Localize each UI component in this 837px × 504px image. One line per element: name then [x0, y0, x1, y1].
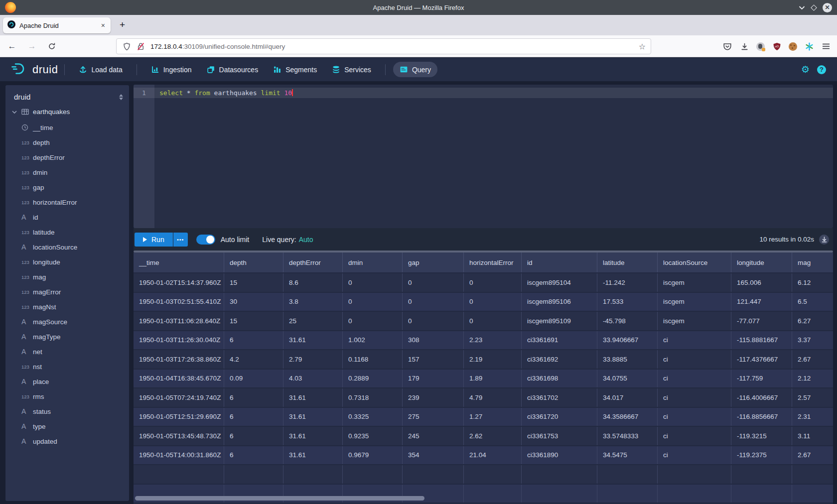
- table-cell[interactable]: 3.11: [792, 427, 833, 445]
- reload-icon[interactable]: [45, 39, 59, 53]
- extension-icon[interactable]: [756, 42, 765, 51]
- table-cell[interactable]: ci3361698: [522, 370, 597, 388]
- table-cell[interactable]: 33.9406667: [597, 331, 658, 350]
- column-header-horizontalError[interactable]: horizontalError: [464, 252, 522, 272]
- sidebar-column-nst[interactable]: 123nst: [5, 359, 129, 374]
- table-cell[interactable]: 2.67: [792, 446, 833, 465]
- table-cell[interactable]: 1950-01-03T11:26:30.040Z: [134, 331, 224, 350]
- table-cell[interactable]: 0: [464, 273, 522, 292]
- table-cell[interactable]: -77.077: [731, 312, 792, 330]
- table-cell[interactable]: iscgem895109: [522, 312, 597, 330]
- table-cell[interactable]: 245: [403, 427, 464, 445]
- table-cell[interactable]: ci: [658, 331, 731, 350]
- table-cell[interactable]: 21.04: [464, 446, 522, 465]
- download-results-icon[interactable]: [819, 235, 829, 245]
- cookie-extension-icon[interactable]: [789, 42, 797, 51]
- datasource-tree-row[interactable]: earthquakes: [5, 105, 129, 119]
- table-cell[interactable]: ci: [658, 427, 731, 445]
- bookmark-star-icon[interactable]: ☆: [639, 42, 646, 51]
- table-cell[interactable]: ci3361691: [522, 331, 597, 350]
- table-cell[interactable]: 34.3586667: [597, 408, 658, 426]
- table-cell[interactable]: 0: [403, 273, 464, 292]
- table-cell[interactable]: 0.7318: [343, 388, 403, 407]
- table-cell[interactable]: [134, 465, 224, 484]
- table-cell[interactable]: 157: [403, 350, 464, 369]
- table-cell[interactable]: 165.006: [731, 273, 792, 292]
- table-cell[interactable]: 1950-01-05T13:45:48.730Z: [134, 427, 224, 445]
- table-cell[interactable]: -117.4376667: [731, 350, 792, 369]
- table-cell[interactable]: [283, 465, 343, 484]
- table-cell[interactable]: 1950-01-03T02:51:55.410Z: [134, 293, 224, 311]
- auto-limit-toggle[interactable]: [196, 235, 215, 245]
- tab-close-icon[interactable]: ×: [100, 21, 106, 29]
- column-header-latitude[interactable]: latitude: [597, 252, 658, 272]
- url-bar[interactable]: 172.18.0.4:30109/unified-console.html#qu…: [116, 38, 651, 54]
- column-header-id[interactable]: id: [522, 252, 597, 272]
- table-cell[interactable]: -119.3215: [731, 427, 792, 445]
- table-cell[interactable]: 0: [403, 312, 464, 330]
- table-cell[interactable]: 2.31: [792, 408, 833, 426]
- table-cell[interactable]: 2.19: [464, 350, 522, 369]
- sidebar-column-updated[interactable]: Aupdated: [5, 434, 129, 449]
- table-cell[interactable]: ci: [658, 388, 731, 407]
- table-cell[interactable]: 1950-01-03T11:06:28.640Z: [134, 312, 224, 330]
- table-cell[interactable]: 3.8: [283, 293, 343, 311]
- table-cell[interactable]: 0.9235: [343, 427, 403, 445]
- downloads-icon[interactable]: [739, 41, 749, 51]
- table-cell[interactable]: 1950-01-02T15:14:37.960Z: [134, 273, 224, 292]
- table-cell[interactable]: 2.79: [283, 350, 343, 369]
- table-cell[interactable]: 1950-01-04T16:38:45.670Z: [134, 370, 224, 388]
- sidebar-column-mag[interactable]: 123mag: [5, 269, 129, 284]
- table-cell[interactable]: 6.5: [792, 293, 833, 311]
- table-cell[interactable]: [597, 465, 658, 484]
- live-query-value[interactable]: Auto: [299, 236, 313, 244]
- sidebar-column-type[interactable]: Atype: [5, 419, 129, 434]
- table-cell[interactable]: 2.57: [792, 388, 833, 407]
- table-cell[interactable]: 8.6: [283, 273, 343, 292]
- sidebar-column-magError[interactable]: 123magError: [5, 284, 129, 299]
- table-cell[interactable]: 31.61: [283, 446, 343, 465]
- table-cell[interactable]: 2.23: [464, 331, 522, 350]
- sidebar-column-dmin[interactable]: 123dmin: [5, 165, 129, 180]
- sidebar-column-locationSource[interactable]: AlocationSource: [5, 240, 129, 254]
- table-cell[interactable]: 1950-01-05T14:00:31.860Z: [134, 446, 224, 465]
- sidebar-column-__time[interactable]: __time: [5, 120, 129, 135]
- table-cell[interactable]: 1.002: [343, 331, 403, 350]
- table-cell[interactable]: 0: [343, 312, 403, 330]
- table-cell[interactable]: 239: [403, 388, 464, 407]
- table-cell[interactable]: iscgem895104: [522, 273, 597, 292]
- sidebar-column-rms[interactable]: 123rms: [5, 389, 129, 404]
- table-cell[interactable]: 25: [283, 312, 343, 330]
- back-icon[interactable]: ←: [5, 39, 19, 53]
- table-cell[interactable]: 3.37: [792, 331, 833, 350]
- table-cell[interactable]: 0.1168: [343, 350, 403, 369]
- table-cell[interactable]: [731, 465, 792, 484]
- table-cell[interactable]: 6.27: [792, 312, 833, 330]
- table-cell[interactable]: -116.4006667: [731, 388, 792, 407]
- table-cell[interactable]: 179: [403, 370, 464, 388]
- table-cell[interactable]: 0: [343, 293, 403, 311]
- table-cell[interactable]: iscgem: [658, 293, 731, 311]
- table-cell[interactable]: 0: [464, 293, 522, 311]
- sidebar-column-magSource[interactable]: AmagSource: [5, 314, 129, 329]
- window-maximize-icon[interactable]: [811, 4, 817, 11]
- insecure-lock-icon[interactable]: [136, 41, 145, 51]
- table-cell[interactable]: -11.242: [597, 273, 658, 292]
- table-cell[interactable]: 6: [224, 427, 283, 445]
- column-header-gap[interactable]: gap: [403, 252, 464, 272]
- table-cell[interactable]: 4.79: [464, 388, 522, 407]
- horizontal-scrollbar[interactable]: [135, 496, 424, 501]
- table-cell[interactable]: [464, 465, 522, 484]
- column-header-dmin[interactable]: dmin: [343, 252, 403, 272]
- run-button[interactable]: Run: [135, 233, 173, 247]
- table-cell[interactable]: 4.03: [283, 370, 343, 388]
- table-cell[interactable]: 1950-01-03T17:26:38.860Z: [134, 350, 224, 369]
- column-header-locationSource[interactable]: locationSource: [658, 252, 731, 272]
- table-cell[interactable]: 17.533: [597, 293, 658, 311]
- column-header-mag[interactable]: mag: [792, 252, 833, 272]
- table-cell[interactable]: 31.61: [283, 408, 343, 426]
- druid-brand[interactable]: druid: [11, 62, 58, 77]
- table-cell[interactable]: [403, 465, 464, 484]
- table-cell[interactable]: [464, 485, 522, 503]
- sidebar-column-net[interactable]: Anet: [5, 344, 129, 359]
